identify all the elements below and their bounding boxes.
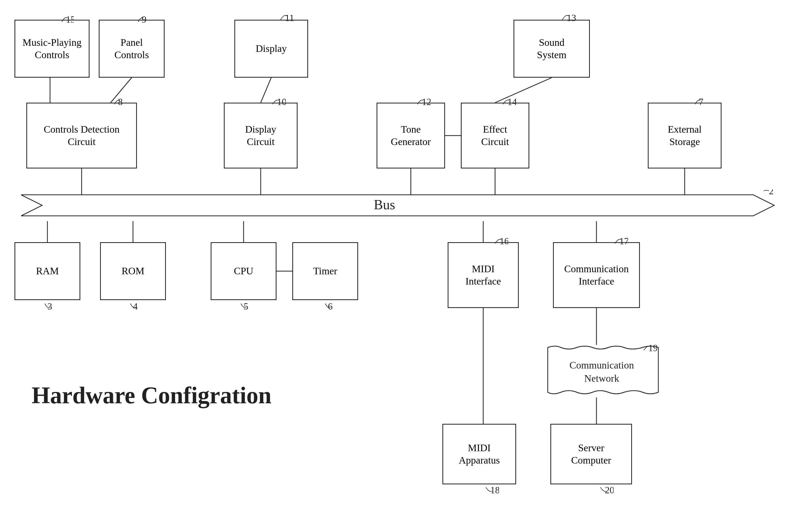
svg-text:2: 2	[769, 190, 774, 196]
timer-box: Timer	[292, 242, 358, 300]
svg-text:Bus: Bus	[374, 197, 395, 212]
svg-text:6: 6	[328, 302, 333, 310]
svg-text:18: 18	[490, 486, 499, 494]
svg-marker-0	[21, 195, 774, 216]
external-storage-box: External Storage	[648, 103, 721, 169]
svg-text:5: 5	[244, 302, 248, 310]
svg-text:19: 19	[648, 344, 657, 352]
num-12: 12	[416, 97, 431, 108]
midi-interface-label: MIDI Interface	[466, 263, 501, 288]
page-title: Hardware Configration	[32, 382, 271, 409]
num-16: 16	[494, 236, 508, 247]
num-9: 9	[137, 15, 149, 25]
svg-text:20: 20	[605, 486, 613, 494]
num-7: 7	[694, 97, 706, 108]
num-11: 11	[279, 13, 295, 24]
svg-text:Communication: Communication	[570, 360, 634, 370]
svg-text:13: 13	[567, 13, 576, 22]
num-8: 8	[113, 97, 125, 108]
sound-system-box: Sound System	[513, 20, 590, 78]
server-computer-label: Server Computer	[571, 442, 611, 467]
panel-controls-label: Panel Controls	[115, 36, 149, 61]
num-10: 10	[271, 97, 286, 108]
music-playing-controls-label: Music-Playing Controls	[23, 36, 82, 61]
svg-text:Network: Network	[584, 373, 619, 384]
svg-text:17: 17	[619, 237, 628, 245]
effect-circuit-box: Effect Circuit	[461, 103, 529, 169]
sound-system-label: Sound System	[537, 36, 566, 61]
svg-text:3: 3	[48, 302, 52, 310]
tone-generator-label: Tone Generator	[391, 123, 431, 148]
controls-detection-circuit-box: Controls Detection Circuit	[26, 103, 137, 169]
communication-interface-box: Communication Interface	[553, 242, 640, 308]
external-storage-label: External Storage	[668, 123, 702, 148]
svg-text:14: 14	[508, 98, 516, 106]
num-14: 14	[501, 97, 516, 108]
ram-label: RAM	[36, 265, 59, 278]
svg-line-26	[261, 78, 271, 103]
rom-box: ROM	[100, 242, 166, 300]
controls-detection-circuit-label: Controls Detection Circuit	[44, 123, 119, 148]
num-6: 6	[324, 301, 336, 312]
rom-label: ROM	[122, 265, 145, 278]
num-3: 3	[43, 301, 55, 312]
display-circuit-box: Display Circuit	[224, 103, 298, 169]
cpu-label: CPU	[234, 265, 253, 278]
tone-generator-box: Tone Generator	[377, 103, 445, 169]
svg-text:10: 10	[277, 98, 286, 106]
midi-interface-box: MIDI Interface	[448, 242, 519, 308]
num-18: 18	[485, 485, 499, 496]
display-circuit-label: Display Circuit	[245, 123, 276, 148]
svg-text:12: 12	[422, 98, 431, 106]
midi-apparatus-label: MIDI Apparatus	[459, 442, 500, 467]
ram-box: RAM	[15, 242, 80, 300]
server-computer-box: Server Computer	[550, 424, 632, 484]
num-19: 19	[643, 343, 657, 354]
svg-text:7: 7	[699, 98, 703, 106]
effect-circuit-label: Effect Circuit	[481, 123, 509, 148]
display-label: Display	[256, 42, 287, 55]
panel-controls-box: Panel Controls	[99, 20, 165, 78]
num-17: 17	[613, 236, 628, 247]
svg-text:8: 8	[118, 98, 123, 106]
svg-text:11: 11	[285, 13, 294, 22]
num-20: 20	[599, 485, 613, 496]
cpu-box: CPU	[211, 242, 277, 300]
svg-text:9: 9	[142, 15, 147, 23]
num-15: 15	[60, 15, 74, 25]
music-playing-controls-box: Music-Playing Controls	[15, 20, 90, 78]
communication-interface-label: Communication Interface	[564, 263, 629, 288]
num-5: 5	[240, 301, 251, 312]
display-box: Display	[234, 20, 308, 78]
svg-text:15: 15	[66, 15, 74, 23]
num-4: 4	[129, 301, 141, 312]
svg-text:16: 16	[499, 237, 508, 245]
timer-label: Timer	[313, 265, 337, 278]
svg-text:4: 4	[133, 302, 138, 310]
num-13: 13	[561, 13, 577, 24]
midi-apparatus-box: MIDI Apparatus	[442, 424, 516, 484]
